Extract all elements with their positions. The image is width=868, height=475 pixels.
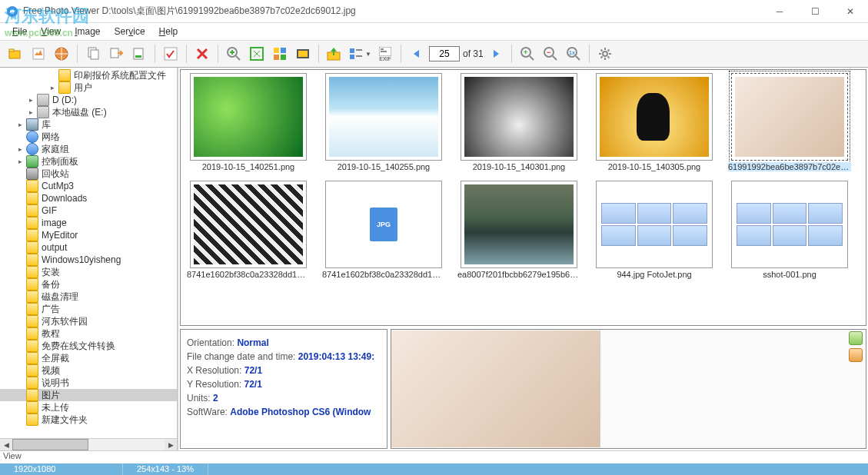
rename-button[interactable]	[128, 43, 150, 65]
tree-item[interactable]: ▸控制面板	[0, 155, 177, 168]
thumbnail-panel[interactable]: 2019-10-15_140251.png2019-10-15_140255.p…	[180, 69, 866, 326]
thumbnail[interactable]	[190, 181, 307, 268]
thumbnail[interactable]	[325, 73, 442, 161]
scroll-right-icon[interactable]: ▶	[165, 439, 177, 450]
expand-icon[interactable]: ▸	[26, 95, 35, 105]
exif-button[interactable]: EXIF	[374, 43, 396, 65]
expand-icon[interactable]	[15, 317, 25, 326]
thumbnail-cell[interactable]: 8741e1602bf38c0a23328dd14d…	[184, 181, 313, 279]
view-thumbs-button[interactable]	[269, 43, 291, 65]
exif-info[interactable]: Orientation: Normal File change date and…	[180, 329, 387, 449]
thumbnail-cell[interactable]: ea8007f201fbcbb6279e195b68…	[454, 181, 584, 279]
thumbnail-cell[interactable]: 2019-10-15_140251.png	[184, 73, 313, 171]
expand-icon[interactable]: ▸	[48, 83, 57, 92]
menu-file[interactable]: File	[6, 25, 33, 38]
folder-up-button[interactable]	[324, 43, 345, 65]
expand-icon[interactable]	[15, 403, 25, 412]
view-mode-button[interactable]: ▼	[347, 43, 373, 65]
tree-item[interactable]: 河东软件园	[0, 315, 177, 327]
expand-icon[interactable]	[15, 354, 25, 363]
zoom-out-icon[interactable]: −	[540, 43, 561, 65]
open-button[interactable]	[5, 43, 26, 65]
tree-item[interactable]: 备份	[0, 278, 177, 291]
move-button[interactable]	[105, 43, 127, 65]
expand-icon[interactable]	[15, 181, 25, 191]
thumbnail[interactable]	[596, 181, 713, 268]
expand-icon[interactable]	[15, 132, 25, 141]
close-button[interactable]: ✕	[833, 0, 868, 23]
thumbnail-cell[interactable]: 2019-10-15_140255.png	[319, 73, 448, 171]
menu-view[interactable]: View	[35, 25, 67, 38]
view-film-button[interactable]	[292, 43, 314, 65]
expand-icon[interactable]	[15, 231, 25, 240]
thumbnail[interactable]	[461, 181, 577, 268]
tree-item[interactable]: 新建文件夹	[0, 414, 177, 426]
page-input[interactable]	[429, 46, 460, 61]
prev-button[interactable]	[406, 43, 427, 65]
maximize-button[interactable]: ☐	[797, 0, 833, 23]
copy-button[interactable]	[82, 43, 104, 65]
tree-item[interactable]: 印刷报价系统配置文件	[0, 69, 177, 81]
explorer-button[interactable]	[28, 43, 49, 65]
globe-button[interactable]	[51, 43, 72, 65]
folder-tree[interactable]: 印刷报价系统配置文件▸用户▸D (D:)▸本地磁盘 (E:)▸库网络▸家庭组▸控…	[0, 68, 177, 438]
zoom-in-icon[interactable]: +	[517, 43, 538, 65]
expand-icon[interactable]	[15, 329, 25, 338]
menu-service[interactable]: Service	[108, 25, 151, 38]
tree-item[interactable]: 磁盘清理	[0, 291, 177, 303]
tree-item[interactable]: 网络	[0, 131, 177, 143]
tree-item[interactable]: ▸家庭组	[0, 143, 177, 155]
thumbnail[interactable]	[596, 73, 713, 161]
scroll-left-icon[interactable]: ◀	[0, 439, 12, 450]
expand-icon[interactable]	[15, 304, 25, 314]
tree-item[interactable]: ▸库	[0, 118, 177, 131]
thumbnail[interactable]	[731, 181, 848, 268]
zoom-fit-button[interactable]	[246, 43, 268, 65]
check-button[interactable]	[160, 43, 181, 65]
tree-item[interactable]: 教程	[0, 327, 177, 340]
expand-icon[interactable]	[15, 292, 25, 301]
expand-icon[interactable]	[15, 267, 25, 277]
tree-item[interactable]: CutMp3	[0, 180, 177, 192]
tree-item[interactable]: 免费在线文件转换	[0, 340, 177, 352]
thumbnail[interactable]	[190, 73, 307, 161]
expand-icon[interactable]: ▸	[15, 157, 25, 166]
tree-item[interactable]: Downloads	[0, 192, 177, 204]
thumbnail-cell[interactable]: 61991992bea6be3897b7c02e2dc69	[725, 73, 854, 171]
tree-item[interactable]: 说明书	[0, 377, 177, 389]
expand-icon[interactable]	[15, 341, 25, 350]
tree-item[interactable]: MyEditor	[0, 229, 177, 241]
expand-icon[interactable]	[15, 255, 25, 264]
zoom-actual-icon[interactable]: 1x	[563, 43, 584, 65]
zoom-in-button[interactable]	[223, 43, 244, 65]
tree-item[interactable]: ▸用户	[0, 81, 177, 94]
expand-icon[interactable]	[15, 366, 25, 375]
menu-image[interactable]: Image	[68, 25, 106, 38]
settings-button[interactable]	[594, 43, 616, 65]
expand-icon[interactable]	[15, 243, 25, 252]
expand-icon[interactable]	[15, 218, 25, 228]
tree-item[interactable]: 广告	[0, 303, 177, 315]
thumbnail-cell[interactable]: JPG8741e1602bf38c0a23328dd14d…	[319, 181, 448, 279]
tree-item[interactable]: image	[0, 217, 177, 229]
rotate-left-button[interactable]	[849, 331, 863, 345]
delete-button[interactable]	[191, 43, 213, 65]
tree-item[interactable]: 回收站	[0, 168, 177, 180]
tree-item[interactable]: 图片	[0, 389, 177, 401]
tree-item[interactable]: ▸D (D:)	[0, 94, 177, 106]
tree-scrollbar[interactable]: ◀ ▶	[0, 438, 177, 450]
expand-icon[interactable]	[15, 280, 25, 289]
thumbnail-cell[interactable]: 944.jpg FotoJet.png	[590, 181, 719, 279]
expand-icon[interactable]	[15, 378, 25, 387]
thumbnail[interactable]	[461, 73, 577, 161]
tree-item[interactable]: ▸本地磁盘 (E:)	[0, 106, 177, 118]
rotate-right-button[interactable]	[849, 348, 863, 362]
expand-icon[interactable]	[15, 415, 25, 424]
tree-item[interactable]: 未上传	[0, 401, 177, 414]
thumbnail-cell[interactable]: sshot-001.png	[725, 181, 854, 279]
scroll-thumb[interactable]	[12, 439, 88, 450]
minimize-button[interactable]: ─	[762, 0, 797, 23]
expand-icon[interactable]	[15, 169, 25, 178]
thumbnail-cell[interactable]: 2019-10-15_140301.png	[454, 73, 584, 171]
tree-item[interactable]: 安装	[0, 266, 177, 278]
